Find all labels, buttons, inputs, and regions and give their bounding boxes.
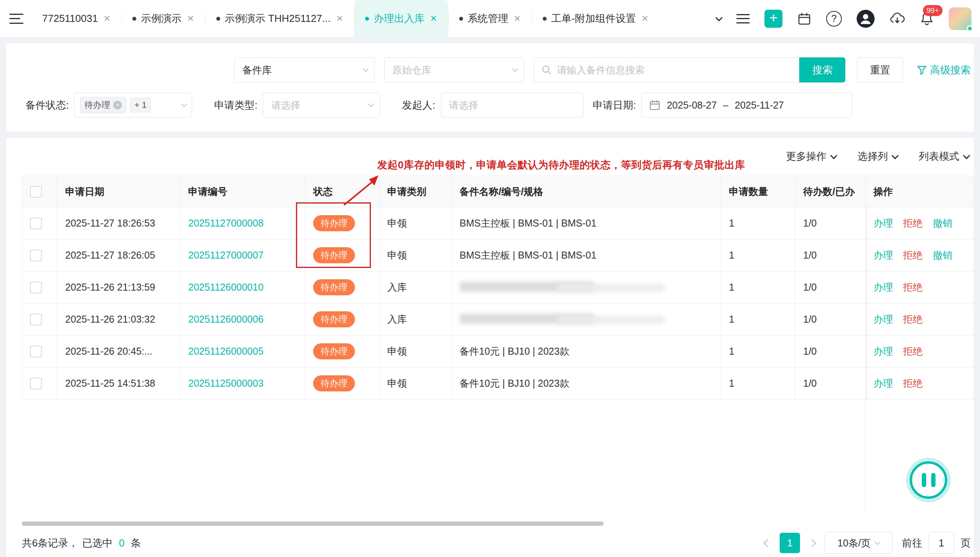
tab[interactable]: 示例演示 ✕ (121, 0, 205, 37)
row-checkbox[interactable] (30, 314, 42, 325)
row-checkbox[interactable] (30, 282, 42, 293)
user-avatar[interactable] (949, 7, 971, 30)
cell-name (452, 303, 721, 336)
type-filter-label: 申请类型: (214, 98, 257, 112)
cell-date: 2025-11-27 18:26:53 (57, 207, 180, 239)
topbar-icons: + ? 99+ (716, 7, 980, 30)
next-page-button[interactable] (808, 539, 816, 547)
cell-type: 申领 (380, 239, 452, 271)
tab-close-icon[interactable]: ✕ (187, 14, 194, 24)
action-handle[interactable]: 办理 (873, 345, 893, 358)
cell-actions: 办理拒绝 (873, 313, 966, 326)
action-revoke[interactable]: 撤销 (933, 249, 952, 262)
menu-icon[interactable] (736, 14, 750, 23)
tag-close-icon[interactable]: × (113, 101, 122, 109)
select-all-checkbox[interactable] (30, 186, 42, 198)
order-number-link[interactable]: 20251126000005 (188, 346, 264, 357)
selected-label: 已选中 (82, 536, 112, 550)
more-actions-label: 更多操作 (786, 150, 827, 163)
calendar-icon (649, 99, 661, 111)
row-checkbox[interactable] (30, 218, 42, 229)
order-number-link[interactable]: 20251127000008 (188, 218, 264, 229)
page-size-select[interactable]: 10条/页 (825, 532, 893, 554)
list-mode-menu[interactable]: 列表模式 (919, 150, 969, 163)
chevron-down-icon[interactable] (715, 14, 722, 21)
tab[interactable]: 系统管理 ✕ (448, 0, 532, 37)
cell-pending: 1/0 (795, 368, 866, 400)
tab-close-icon[interactable]: ✕ (641, 14, 649, 24)
help-icon[interactable]: ? (826, 11, 842, 27)
row-checkbox[interactable] (30, 378, 42, 389)
action-handle[interactable]: 办理 (873, 281, 893, 294)
table-row: 2025-11-27 18:26:53 20251127000008 待办理 申… (22, 207, 974, 239)
select-columns-menu[interactable]: 选择列 (857, 150, 898, 163)
horizontal-scrollbar[interactable] (22, 521, 604, 526)
search-button[interactable]: 搜索 (799, 57, 845, 82)
cell-qty: 1 (721, 239, 795, 271)
tab-close-icon[interactable]: ✕ (103, 14, 110, 24)
table-row: 2025-11-27 18:26:05 20251127000007 待办理 申… (22, 239, 974, 271)
action-handle[interactable]: 办理 (873, 313, 893, 326)
row-checkbox[interactable] (30, 346, 42, 357)
table-row: 2025-11-25 14:51:38 20251125000003 待办理 申… (22, 368, 974, 400)
action-reject[interactable]: 拒绝 (903, 377, 923, 390)
redacted-content (460, 311, 693, 328)
action-reject[interactable]: 拒绝 (903, 313, 923, 326)
tab[interactable]: 办理出入库 ✕ (354, 0, 448, 37)
action-handle[interactable]: 办理 (873, 249, 893, 262)
goto-page: 前往 1 页 (902, 532, 971, 554)
action-reject[interactable]: 拒绝 (903, 217, 923, 230)
more-actions-menu[interactable]: 更多操作 (786, 150, 836, 163)
tab[interactable]: 7725110031 ✕ (31, 0, 121, 37)
tab-close-icon[interactable]: ✕ (430, 14, 437, 24)
origin-warehouse-select[interactable]: 原始仓库 (384, 57, 524, 82)
advanced-search-link[interactable]: 高级搜索 (917, 63, 971, 77)
goto-page-input[interactable]: 1 (928, 532, 954, 554)
cell-pending: 1/0 (795, 271, 866, 303)
main-panel: 更多操作 选择列 列表模式 发起0库存的申领时，申请单会默认为待办理的状态，等到… (6, 138, 974, 557)
record-summary: 共6条记录， 已选中 0 条 (22, 536, 141, 550)
total-records-text: 共6条记录， (22, 536, 78, 550)
tab[interactable]: 工单-附加组件设置 ✕ (532, 0, 659, 37)
cell-qty: 1 (721, 368, 795, 400)
status-tag-label: 待办理 (84, 99, 110, 111)
calendar-icon[interactable] (797, 12, 811, 26)
date-range-picker[interactable]: 2025-08-27 – 2025-11-27 (641, 93, 852, 118)
pause-floating-button[interactable] (910, 461, 947, 499)
order-number-link[interactable]: 20251127000007 (188, 250, 264, 261)
search-input[interactable]: 请输入备件信息搜索 (534, 57, 799, 82)
action-handle[interactable]: 办理 (873, 377, 893, 390)
origin-warehouse-placeholder: 原始仓库 (392, 64, 431, 77)
action-reject[interactable]: 拒绝 (903, 345, 923, 358)
order-number-link[interactable]: 20251126000006 (188, 314, 264, 325)
type-select[interactable]: 请选择 (263, 93, 380, 118)
add-button[interactable]: + (764, 10, 782, 28)
page-number-active[interactable]: 1 (780, 533, 800, 553)
reset-button[interactable]: 重置 (857, 57, 903, 82)
action-revoke[interactable]: 撤销 (933, 217, 952, 230)
cell-actions: 办理拒绝撤销 (873, 217, 966, 230)
order-number-link[interactable]: 20251125000003 (188, 378, 264, 389)
row-checkbox[interactable] (30, 250, 42, 261)
action-reject[interactable]: 拒绝 (903, 249, 923, 262)
order-number-link[interactable]: 20251126000010 (188, 282, 264, 293)
online-status-dot (967, 25, 973, 32)
cell-type: 申领 (380, 207, 452, 239)
assistant-avatar-icon[interactable] (857, 10, 875, 28)
tab[interactable]: 示例演示 THH251127... ✕ (205, 0, 355, 37)
prev-page-button[interactable] (763, 539, 772, 547)
table-row: 2025-11-26 21:13:59 20251126000010 待办理 入… (22, 271, 974, 303)
action-handle[interactable]: 办理 (873, 217, 893, 230)
tab-close-icon[interactable]: ✕ (336, 14, 343, 24)
initiator-select[interactable]: 请选择 (441, 93, 583, 118)
table-header-row: 申请日期申请编号状态申请类别备件名称/编号/规格申请数量待办数/已办操作 (22, 176, 974, 207)
tab-close-icon[interactable]: ✕ (514, 14, 521, 24)
action-reject[interactable]: 拒绝 (903, 281, 923, 294)
notifications-bell-icon[interactable]: 99+ (920, 11, 934, 26)
advanced-search-label: 高级搜索 (930, 63, 971, 77)
status-multiselect[interactable]: 待办理 × + 1 (74, 93, 192, 118)
cloud-download-icon[interactable] (889, 12, 905, 25)
cell-pending: 1/0 (795, 207, 866, 239)
collapse-menu-icon[interactable] (9, 14, 23, 24)
warehouse-select[interactable]: 备件库 (234, 57, 374, 82)
